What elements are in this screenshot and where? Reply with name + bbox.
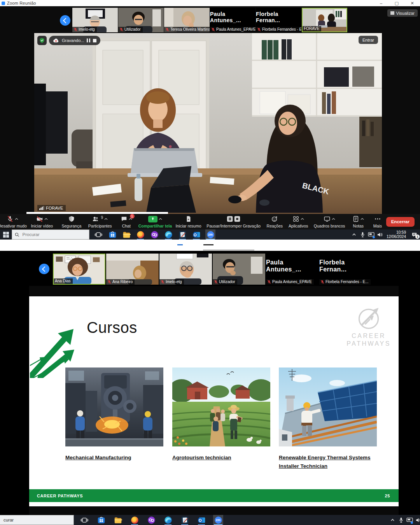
participant-thumbnail[interactable]: Paula Antunes_... Paula Antunes_EPAVE [210,8,256,32]
course-image-agrotourism [172,368,270,446]
tray-mic-button[interactable] [397,515,405,525]
share-screen-button[interactable]: Compartilhar tela [136,214,173,229]
tray-expand-button[interactable] [388,515,397,525]
task-view-icon [80,516,89,524]
purple-app-button[interactable] [146,515,156,525]
chevron-up-icon[interactable] [159,218,162,220]
more-button[interactable]: Mais [369,214,386,229]
participant-thumbnail[interactable]: Florbela Fernan... Florbela Fernandes - … [319,254,372,285]
start-video-button[interactable]: Iniciar vídeo [25,214,59,229]
participant-thumbnail[interactable]: Imelo-etg [159,254,212,285]
scroll-thumbnails-left-button[interactable] [39,264,49,274]
folder-icon [114,516,122,524]
zoom-app-button[interactable]: zm [213,515,223,525]
participant-thumbnail[interactable]: Florbela Fernan... Florbela Fernandes - … [256,8,301,32]
mute-button[interactable]: Desativar mudo [0,214,25,229]
task-view-button[interactable] [93,229,103,240]
outlook-button[interactable] [196,515,206,525]
tray-display-button[interactable] [367,229,376,240]
pause-recording-icon[interactable] [87,38,90,42]
participant-thumbnail[interactable]: Ana Ribeiro [106,254,159,285]
tray-mic-button[interactable] [359,229,367,240]
purple-app-button[interactable] [149,229,159,240]
tray-expand-button[interactable] [350,229,359,240]
slide-title: Cursos [87,319,137,336]
pause-stop-recording-button[interactable]: Pausar/Interromper Gravação [203,214,264,229]
tray-display-button[interactable] [405,515,414,525]
chevron-up-icon[interactable] [301,218,304,220]
screenshot-separator [0,240,420,251]
participant-thumbnail[interactable]: Utilizador [213,254,265,285]
tray-volume-button[interactable] [414,515,420,525]
shared-screen-frame: Cursos CAREER PATHWAYS [29,286,399,515]
participant-thumbnail[interactable]: Imelo-etg [72,8,118,32]
start-summary-button[interactable]: Iniciar resumo [174,214,203,229]
document-pen-icon [181,516,189,524]
summary-document-icon [185,215,192,222]
whiteboards-button[interactable]: Quadros brancos [311,214,347,229]
microsoft-store-button[interactable] [96,515,106,525]
participant-thumbnail-active[interactable]: Ana Dias [53,254,105,285]
notes-button[interactable]: Notas [348,214,369,229]
participant-name: FORAVE [304,26,319,31]
signal-strength-icon [39,206,44,210]
speaker-icon [377,232,383,237]
firefox-button[interactable] [135,229,145,240]
participant-thumbnail-active[interactable]: FORAVE [302,8,347,32]
file-explorer-button[interactable] [121,229,131,240]
tray-volume-button[interactable] [376,229,384,240]
stop-recording-icon[interactable] [93,39,96,42]
microsoft-store-button[interactable] [107,229,117,240]
recording-indicator[interactable]: Gravando... [49,36,100,45]
edge-button[interactable] [163,229,173,240]
zoom-meeting-fullscreen: Ana Dias Ana Ribeiro [0,251,420,515]
meeting-secure-shield-icon[interactable] [37,36,47,45]
apps-button[interactable]: Aplicativos [285,214,312,229]
task-view-button[interactable] [79,515,89,525]
participants-button[interactable]: 9 Participantes [84,214,116,229]
active-speaker-label: FORAVE [37,205,66,211]
recording-label: Gravando... [62,38,84,43]
chevron-up-icon[interactable] [332,218,335,220]
mic-muted-icon [74,28,77,32]
minimize-button[interactable]: – [373,0,389,6]
chevron-up-icon[interactable] [104,218,108,220]
store-icon [108,231,117,239]
document-app-button[interactable] [180,515,190,525]
participant-thumbnail[interactable]: Teresa Oliveira Martins... [164,8,210,32]
chat-button[interactable]: 1 Chat [116,214,136,229]
security-button[interactable]: Segurança [59,214,84,229]
edge-icon [164,231,173,239]
start-button[interactable] [0,229,12,240]
chevron-up-icon[interactable] [15,218,18,220]
file-explorer-button[interactable] [113,515,123,525]
course-card: Mechanical Manufacturing [65,368,163,462]
mic-icon [7,215,14,222]
join-button[interactable]: Entrar [359,36,378,44]
reactions-button[interactable]: Reações [264,214,285,229]
taskbar-clock[interactable]: 10:59 12/06/2024 [384,230,408,239]
search-input[interactable] [3,517,71,523]
taskbar-search[interactable] [12,229,89,240]
firefox-button[interactable] [130,515,140,525]
close-button[interactable]: ✕ [404,0,420,6]
zoom-app-button[interactable]: zm [205,229,215,240]
edge-button[interactable] [163,515,173,525]
scroll-thumbnails-left-button[interactable] [60,15,70,26]
end-meeting-button[interactable]: Encerrar [386,217,415,227]
participant-name: Florbela Fernandes - E... [326,280,369,284]
search-input[interactable] [21,232,86,237]
view-mode-button[interactable]: Visualizar [387,9,418,17]
taskbar-search[interactable] [0,515,74,525]
action-center-button[interactable]: 1 [408,229,420,240]
participant-thumbnail[interactable]: Utilizador [118,8,164,32]
outlook-button[interactable] [191,229,201,240]
chevron-up-icon[interactable] [360,218,364,220]
chevron-up-icon[interactable] [44,218,48,220]
document-app-button[interactable] [177,229,187,240]
security-label: Segurança [62,224,82,228]
chevron-up-icon [352,233,356,236]
participant-thumbnail[interactable]: Paula Antunes_... Paula Antunes_EPAVE [266,254,318,285]
meeting-toolbar: Desativar mudo Iniciar vídeo Segurança 9… [0,214,420,229]
maximize-button[interactable]: ▢ [389,0,404,6]
